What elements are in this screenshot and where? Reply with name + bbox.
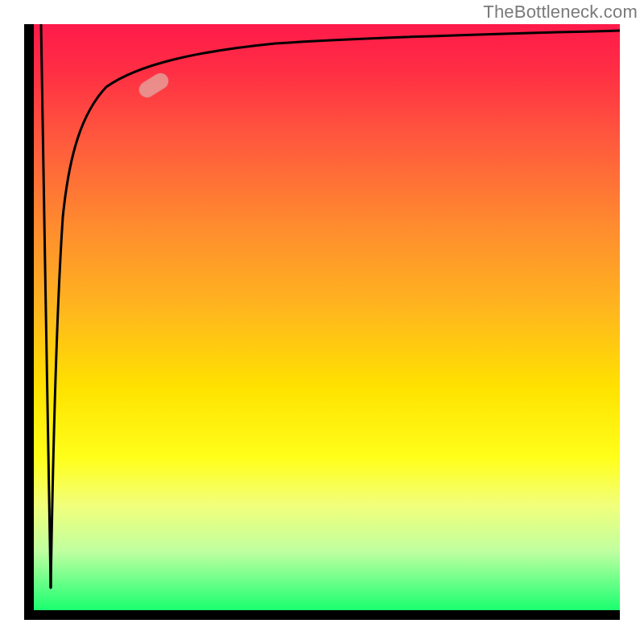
attribution-label: TheBottleneck.com	[483, 2, 638, 23]
plot-gradient-area	[34, 24, 620, 610]
curve-layer	[34, 24, 620, 610]
curve-saturating	[51, 31, 620, 588]
curve-marker-pill	[136, 70, 172, 101]
chart-canvas: TheBottleneck.com	[0, 0, 644, 644]
curve-spike	[41, 24, 51, 588]
plot-frame	[24, 24, 620, 620]
